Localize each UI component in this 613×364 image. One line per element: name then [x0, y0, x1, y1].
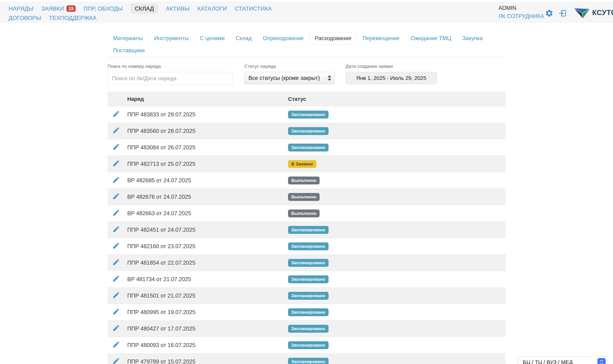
order-cell: ППР 482160 от 23.07.2025	[127, 243, 288, 250]
order-cell: ППР 482451 от 24.07.2025	[127, 227, 288, 233]
employee-account-link[interactable]: ЛК СОТРУДНИКА	[498, 12, 544, 20]
order-cell: ППР 481501 от 21.07.2025	[127, 293, 288, 299]
table-row: ВР 482685 от 24.07.2025 Выполнено	[108, 172, 505, 189]
nav-item-label: ТЕХПОДДЕРЖКА	[49, 15, 97, 21]
notification-count-badge: 15	[67, 5, 76, 12]
order-label: ППР 481854 от 22.07.2025	[127, 260, 195, 266]
orders-table: Наряд Статус ППР 483833 от 29.07.2025 За…	[108, 92, 505, 364]
status-badge: Запланировано	[288, 226, 328, 234]
status-badge: Запланировано	[288, 308, 328, 316]
row-edit-cell	[108, 258, 127, 268]
edit-pencil-button[interactable]	[112, 242, 120, 250]
edit-pencil-button[interactable]	[112, 357, 120, 364]
tab-item[interactable]: Оприходование	[257, 32, 309, 44]
edit-pencil-button[interactable]	[112, 176, 120, 184]
tab-item[interactable]: Инструменты	[149, 32, 194, 44]
nav-item-label: КАТАЛОГИ	[198, 5, 227, 12]
status-cell: Запланировано	[288, 226, 505, 234]
nav-item-label: ДОГОВОРЫ	[9, 15, 41, 21]
order-label: ППР 481501 от 21.07.2025	[127, 293, 195, 299]
search-input[interactable]	[108, 72, 233, 85]
nav-item[interactable]: ТЕХПОДДЕРЖКА	[49, 15, 97, 21]
tab-item[interactable]: Материалы	[108, 32, 149, 44]
arrow-down-icon	[328, 79, 331, 81]
edit-pencil-button[interactable]	[112, 324, 120, 332]
edit-pencil-button[interactable]	[112, 275, 120, 283]
status-badge: Запланировано	[288, 259, 328, 267]
tab-item[interactable]: Закупка	[457, 32, 488, 44]
nav-item[interactable]: ППР, ОБХОДЫ	[83, 5, 123, 12]
row-edit-cell	[108, 159, 127, 169]
tab-item-active[interactable]: Расходование	[309, 32, 357, 44]
order-label: ВР 482663 от 24.07.2025	[127, 210, 191, 217]
row-edit-cell	[108, 126, 127, 136]
order-label: ППР 483833 от 29.07.2025	[127, 111, 195, 118]
row-edit-cell	[108, 357, 127, 364]
status-select[interactable]: Все статусы (кроме закрыт)	[244, 72, 335, 84]
order-cell: ППР 483833 от 29.07.2025	[127, 111, 288, 118]
tab-item[interactable]: Поставщики	[108, 44, 150, 57]
row-edit-cell	[108, 192, 127, 202]
status-cell: Запланировано	[288, 308, 505, 316]
table-row: ППР 482451 от 24.07.2025 Запланировано	[108, 221, 505, 238]
tab-item[interactable]: Склад	[230, 32, 257, 44]
edit-pencil-button[interactable]	[112, 126, 120, 134]
edit-pencil-button[interactable]	[112, 291, 120, 299]
status-select-value: Все статусы (кроме закрыт)	[245, 75, 320, 81]
edit-pencil-button[interactable]	[112, 225, 120, 233]
row-edit-cell	[108, 291, 127, 300]
order-label: ППР 482160 от 23.07.2025	[127, 243, 195, 249]
top-navigation-bar: НАРЯДЫЗАЯВКИ15ППР, ОБХОДЫСКЛАДАКТИВЫКАТА…	[0, 1, 613, 23]
status-cell: Запланировано	[288, 259, 505, 267]
table-row: ППР 480995 от 19.07.2025 Запланировано	[108, 304, 505, 320]
nav-item[interactable]: СТАТИСТИКА	[235, 5, 272, 12]
edit-pencil-button[interactable]	[112, 192, 120, 200]
table-row: ППР 481501 от 21.07.2025 Запланировано	[108, 287, 505, 304]
nav-item[interactable]: ДОГОВОРЫ	[9, 15, 41, 21]
pencil-icon	[112, 291, 120, 299]
pencil-icon	[112, 308, 120, 315]
date-range-input[interactable]: Янв 1, 2025 - Июль 29, 2025	[346, 72, 437, 84]
select-stepper-button	[597, 358, 606, 364]
nav-item[interactable]: КАТАЛОГИ	[198, 5, 227, 12]
tab-item[interactable]: Ожидание ТМЦ	[405, 32, 457, 44]
tab-item[interactable]: Перемещение	[357, 32, 405, 44]
status-badge: Запланировано	[288, 127, 328, 135]
order-label: ВР 482685 от 24.07.2025	[127, 177, 191, 183]
nav-item-label: ЗАЯВКИ	[41, 5, 64, 12]
status-cell: В Заявках	[288, 160, 505, 168]
status-badge: Выполнено	[288, 177, 320, 184]
edit-pencil-button[interactable]	[112, 340, 120, 348]
arrow-up-icon	[328, 75, 331, 78]
pencil-icon	[112, 357, 120, 364]
nav-item[interactable]: АКТИВЫ	[166, 5, 190, 12]
settings-gear-icon[interactable]	[545, 9, 554, 18]
status-cell: Запланировано	[288, 111, 505, 118]
building-filter-select[interactable]: БЦ / ТЦ / ВУЗ / МЕД	[518, 356, 607, 364]
edit-pencil-button[interactable]	[112, 143, 120, 151]
status-cell: Запланировано	[288, 143, 505, 152]
logo[interactable]: КСУТО	[573, 6, 613, 19]
building-filter-value: БЦ / ТЦ / ВУЗ / МЕД	[523, 359, 573, 364]
edit-pencil-button[interactable]	[112, 258, 120, 266]
status-cell: Запланировано	[288, 325, 505, 333]
date-label: Дата создания заявки	[346, 64, 437, 69]
table-row: ППР 479789 от 15.07.2025 Запланировано	[108, 353, 505, 364]
edit-pencil-button[interactable]	[112, 308, 120, 315]
edit-pencil-button[interactable]	[112, 110, 120, 118]
table-row: ППР 480427 от 17.07.2025 Запланировано	[108, 320, 505, 337]
edit-pencil-button[interactable]	[112, 209, 120, 217]
order-label: ВР 481734 от 21.07.2025	[127, 276, 191, 282]
logout-button[interactable]	[558, 9, 567, 18]
row-edit-cell	[108, 275, 127, 284]
nav-item[interactable]: ЗАЯВКИ15	[41, 5, 76, 12]
table-row: ППР 483084 от 26.07.2025 Запланировано	[108, 139, 505, 156]
nav-item[interactable]: НАРЯДЫ	[9, 5, 33, 12]
tab-item[interactable]: С ценами	[194, 32, 230, 44]
order-label: ППР 480995 от 19.07.2025	[127, 309, 195, 315]
logout-icon	[558, 9, 567, 18]
nav-item-active[interactable]: СКЛАД	[131, 4, 158, 13]
pencil-icon	[112, 143, 120, 151]
logo-text: КСУТО	[592, 9, 613, 17]
edit-pencil-button[interactable]	[112, 159, 120, 167]
